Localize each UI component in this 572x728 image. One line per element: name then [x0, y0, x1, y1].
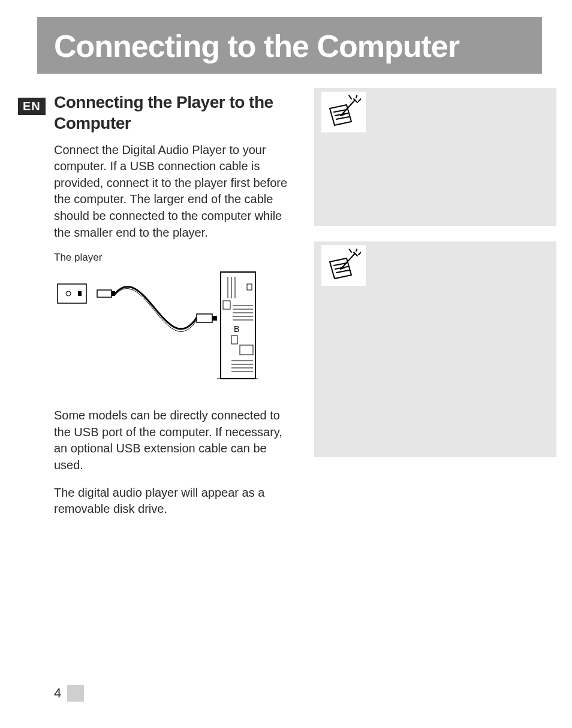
- connection-diagram: B: [54, 266, 258, 386]
- svg-line-36: [356, 249, 357, 251]
- svg-line-30: [356, 95, 357, 98]
- intro-paragraph: Connect the Digital Audio Player to your…: [54, 142, 294, 241]
- section-heading: Connecting the Player to the Computer: [54, 92, 294, 134]
- svg-rect-0: [58, 284, 86, 303]
- pencil-note-icon: [321, 245, 366, 286]
- direct-connect-paragraph: Some models can be directly connected to…: [54, 407, 294, 473]
- svg-rect-2: [78, 291, 82, 296]
- note-2-text: [325, 297, 546, 299]
- svg-rect-6: [212, 316, 217, 321]
- content-columns: Connecting the Player to the Computer Co…: [54, 88, 542, 528]
- language-badge: EN: [18, 98, 46, 115]
- manual-page: Connecting to the Computer EN Connecting…: [0, 0, 572, 728]
- svg-rect-4: [112, 291, 115, 296]
- svg-line-31: [359, 99, 361, 101]
- page-number-mark: [67, 685, 84, 702]
- svg-text:B: B: [234, 324, 239, 334]
- note-1-text: [325, 143, 546, 146]
- svg-line-28: [336, 117, 349, 119]
- removable-disk-paragraph: The digital audio player will appear as …: [54, 485, 294, 518]
- svg-rect-3: [97, 290, 112, 297]
- note-box-1: [314, 88, 556, 226]
- figure-label: The player: [54, 252, 294, 264]
- svg-line-34: [336, 270, 349, 273]
- language-badge-text: EN: [23, 99, 41, 113]
- page-title-bar: Connecting to the Computer: [37, 17, 542, 74]
- pencil-note-icon: [321, 92, 366, 132]
- svg-line-29: [349, 95, 351, 99]
- page-footer: 4: [54, 685, 84, 702]
- page-title: Connecting to the Computer: [54, 29, 459, 64]
- left-column: Connecting the Player to the Computer Co…: [54, 88, 294, 528]
- svg-rect-5: [197, 314, 212, 322]
- right-column: [314, 88, 556, 528]
- svg-line-35: [349, 249, 351, 252]
- svg-line-37: [359, 252, 361, 255]
- note-box-2: [314, 241, 556, 457]
- page-number: 4: [54, 685, 61, 701]
